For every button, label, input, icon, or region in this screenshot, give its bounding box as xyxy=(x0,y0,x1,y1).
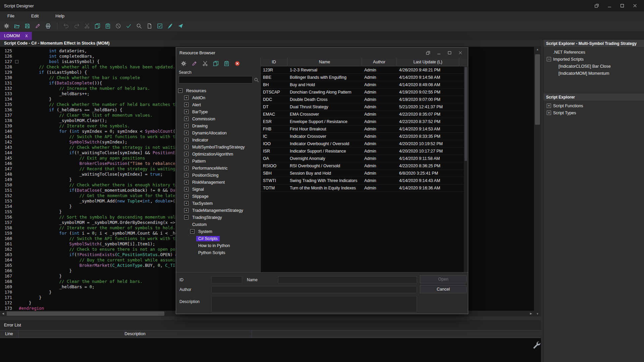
column-header-id[interactable]: ID xyxy=(261,58,287,66)
tree-item-dynamicallocation[interactable]: +DynamicAllocation xyxy=(176,129,260,136)
table-row-ic[interactable]: ICIndicator CrossoverAdmin4/22/2020 8:33… xyxy=(261,133,468,140)
explorer-item-script-functions[interactable]: +Script Functions xyxy=(543,102,644,109)
dialog-minimize-button[interactable] xyxy=(434,49,443,56)
tab-close-icon[interactable]: X xyxy=(25,34,28,38)
table-scrollbar[interactable] xyxy=(464,66,468,273)
dialog-maximize-button[interactable] xyxy=(445,49,454,56)
send-icon[interactable] xyxy=(177,23,184,29)
table-row-123r[interactable]: 123R1-2-3 ReversalAdmin4/26/2020 9:48:21… xyxy=(261,66,468,74)
expand-icon[interactable]: + xyxy=(184,166,189,170)
tree-item-python-scripts[interactable]: Python Scripts xyxy=(176,249,260,256)
folder-open-icon[interactable] xyxy=(14,23,20,29)
table-row-isr[interactable]: ISRIndicator Support / ResistanceAdmin4/… xyxy=(261,147,468,155)
paste-icon[interactable] xyxy=(105,23,111,29)
tree-item-drawing[interactable]: +Drawing xyxy=(176,122,260,129)
checklist-icon[interactable] xyxy=(157,23,163,29)
gear-icon[interactable] xyxy=(3,23,10,29)
tree-item-trademanagementstrategy[interactable]: +TradeManagementStrategy xyxy=(176,207,260,214)
tree-item-slippage[interactable]: +Slippage xyxy=(176,193,260,200)
tree-item-taxsystem[interactable]: +TaxSystem xyxy=(176,200,260,207)
expand-icon[interactable]: + xyxy=(184,138,189,142)
error-column-line[interactable]: Line xyxy=(0,330,18,338)
scroll-up-icon[interactable]: ▲ xyxy=(534,48,541,51)
expand-icon[interactable]: + xyxy=(184,187,189,191)
table-row-fhb[interactable]: FHBFirst Hour BreakoutAdmin4/14/2020 9:1… xyxy=(261,125,468,133)
dialog-titlebar[interactable]: Resource Browser xyxy=(176,48,468,58)
check-icon[interactable] xyxy=(125,23,132,29)
signature-icon[interactable] xyxy=(167,23,173,29)
table-row-sbh[interactable]: SBHSession Buy and HoldAdmin6/8/2020 3:2… xyxy=(261,170,468,177)
tree-item-riskmanagement[interactable]: +RiskManagement xyxy=(176,179,260,186)
explorer-item-indicatorclose-bar-close[interactable]: [IndicatorCLOSE] Bar Close xyxy=(543,63,644,70)
menu-help[interactable]: Help xyxy=(48,11,74,20)
tree-item-indicator[interactable]: +Indicator xyxy=(176,136,260,143)
copy-icon[interactable] xyxy=(94,23,101,29)
column-header-author[interactable]: Author xyxy=(362,58,397,66)
print-icon[interactable] xyxy=(45,23,51,29)
tree-item-custom[interactable]: Custom xyxy=(176,221,260,228)
dialog-close-button[interactable] xyxy=(456,49,465,56)
tree-item-positionsizing[interactable]: +PositionSizing xyxy=(176,172,260,179)
search-input[interactable] xyxy=(179,76,253,83)
collapse-icon[interactable]: − xyxy=(190,229,195,234)
pencil-icon[interactable] xyxy=(191,60,198,67)
undo-icon[interactable] xyxy=(63,23,69,29)
redo-icon[interactable] xyxy=(73,23,80,29)
expand-icon[interactable]: + xyxy=(184,103,189,107)
tree-item-addon[interactable]: +AddOn xyxy=(176,94,260,101)
cut-icon[interactable] xyxy=(84,23,90,29)
table-row-bh[interactable]: BHBuy and HoldAdmin4/14/2020 8:49:08 AM xyxy=(261,81,468,88)
tree-item-optimizationalgorithm[interactable]: +OptimizationAlgorithm xyxy=(176,150,260,158)
error-column-description[interactable]: Description xyxy=(18,330,252,338)
search-icon[interactable] xyxy=(254,77,259,82)
table-row-ddc[interactable]: DDCDouble Death CrossAdmin4/19/2020 9:07… xyxy=(261,96,468,103)
scroll-right-icon[interactable]: ▶ xyxy=(528,311,534,316)
tree-item-performancemetric[interactable]: +PerformanceMetric xyxy=(176,165,260,172)
wrench-icon[interactable] xyxy=(532,341,541,349)
save-icon[interactable] xyxy=(24,23,31,29)
table-row-esr[interactable]: ESREnvelope Support / ResistanceAdmin4/2… xyxy=(261,118,468,125)
window-close-button[interactable] xyxy=(630,2,640,10)
cancel-button[interactable]: Cancel xyxy=(420,285,467,293)
table-row-totm[interactable]: TOTMTurn of the Month in Equity IndexesA… xyxy=(261,184,468,192)
table-scroll-thumb[interactable] xyxy=(465,67,467,161)
pencil-icon[interactable] xyxy=(35,23,41,29)
open-button[interactable]: Open xyxy=(420,275,467,283)
tree-item-c-scripts[interactable]: C# Scripts xyxy=(176,235,260,242)
cut-icon[interactable] xyxy=(202,60,208,67)
copy-icon[interactable] xyxy=(213,60,219,67)
table-row-oa[interactable]: OAOvernight AnomalyAdmin4/14/2020 9:11:5… xyxy=(261,155,468,162)
delete-icon[interactable] xyxy=(234,60,240,67)
cancel-icon[interactable] xyxy=(115,23,121,29)
tab-lomom[interactable]: LOMOM X xyxy=(0,32,32,40)
expand-icon[interactable]: + xyxy=(184,124,189,128)
column-header-last-update-l[interactable]: Last Update (L) xyxy=(397,58,459,66)
id-field[interactable] xyxy=(211,276,242,284)
expand-icon[interactable]: + xyxy=(184,145,189,149)
expand-icon[interactable]: + xyxy=(184,110,189,114)
search-icon[interactable] xyxy=(136,23,142,29)
expand-icon[interactable]: + xyxy=(184,131,189,135)
expand-icon[interactable]: + xyxy=(184,194,189,198)
table-row-dt[interactable]: DTDual Thrust StrategyAdmin5/21/2020 12:… xyxy=(261,103,468,111)
explorer-item-script-types[interactable]: +Script Types xyxy=(543,109,644,116)
tree-item-alert[interactable]: +Alert xyxy=(176,101,260,108)
author-field[interactable] xyxy=(211,286,417,293)
dialog-dock-button[interactable] xyxy=(424,49,432,56)
expand-icon[interactable]: + xyxy=(184,117,189,121)
expand-icon[interactable]: + xyxy=(547,111,551,115)
table-row-rsioo[interactable]: RSIOORSI Overbought / OversoldAdmin4/22/… xyxy=(261,162,468,170)
table-row-ioo[interactable]: IOOIndicator Overbought / OversoldAdmin4… xyxy=(261,140,468,147)
expand-icon[interactable]: + xyxy=(184,201,189,205)
document-icon[interactable] xyxy=(146,23,153,29)
scroll-left-icon[interactable]: ◀ xyxy=(0,311,6,316)
table-row-bbe[interactable]: BBEBollinger Bands with EngulfingAdmin4/… xyxy=(261,74,468,81)
collapse-icon[interactable]: − xyxy=(178,88,182,93)
name-field[interactable] xyxy=(278,276,417,284)
tree-item-multisymboltradingstrategy[interactable]: +MultiSymbolTradingStrategy xyxy=(176,143,260,150)
tree-item-resources[interactable]: −Resources xyxy=(176,87,260,94)
expand-icon[interactable]: + xyxy=(184,96,189,100)
gear-icon[interactable] xyxy=(180,60,187,67)
editor-vertical-scrollbar[interactable]: ▲ ▼ xyxy=(534,47,541,316)
expand-icon[interactable]: + xyxy=(184,159,189,163)
